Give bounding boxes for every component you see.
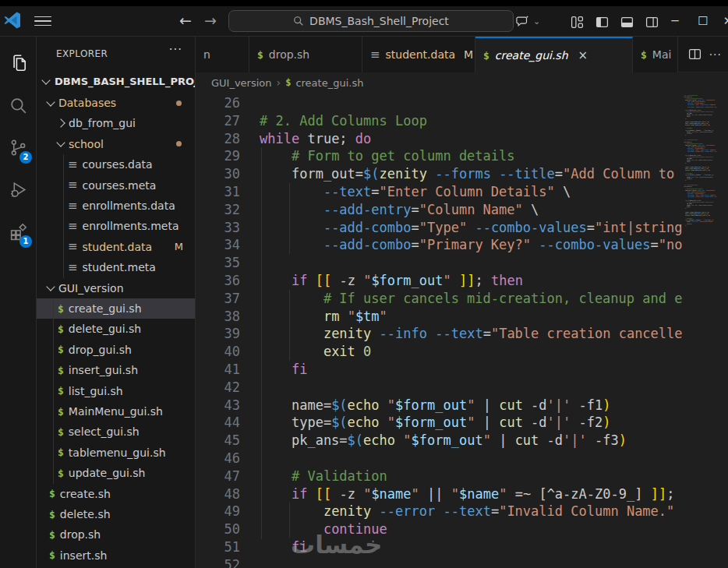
- tab-student.data[interactable]: ≡student.dataM: [362, 37, 475, 72]
- activity-bar-item-search[interactable]: [0, 86, 36, 124]
- close-button[interactable]: ✕: [717, 11, 728, 31]
- tree-item-create.sh[interactable]: $create.sh: [37, 484, 196, 504]
- shell-file-icon: $: [58, 365, 64, 376]
- explorer-root-folder[interactable]: DBMS_BASH_SHELL_PROJ...: [37, 71, 195, 91]
- shell-file-icon: $: [49, 549, 55, 561]
- copilot-chat-button[interactable]: ⌄: [516, 12, 552, 30]
- root-folder-label: DBMS_BASH_SHELL_PROJ...: [55, 76, 196, 87]
- tab-create_gui.sh[interactable]: $create_gui.sh×: [475, 37, 633, 72]
- tree-item-enrollments.data[interactable]: ≡enrollments.data: [37, 196, 196, 216]
- editor-layout-icon[interactable]: [567, 12, 586, 31]
- tree-item-GUI_version[interactable]: GUI_version: [37, 278, 196, 298]
- tree-indent-guide: [53, 298, 54, 484]
- tree-item-label: delete_gui.sh: [69, 323, 141, 335]
- tree-item-label: Databases: [58, 97, 116, 109]
- line-number: 52: [196, 556, 240, 568]
- shell-file-icon: $: [58, 344, 64, 355]
- tree-item-courses.data[interactable]: ≡courses.data: [37, 154, 196, 175]
- shell-file-icon: $: [483, 50, 489, 62]
- tree-item-delete.sh[interactable]: $delete.sh: [37, 504, 196, 524]
- toggle-secondary-sidebar-icon[interactable]: [642, 12, 661, 31]
- line-number: 47: [196, 467, 240, 485]
- data-file-icon: ≡: [370, 49, 380, 61]
- code-line-33: 33 --add-combo="Type" --combo-values="in…: [196, 219, 683, 237]
- breadcrumb-item[interactable]: GUI_version: [211, 77, 272, 89]
- close-icon[interactable]: ×: [578, 48, 588, 62]
- code-line-40: 40 exit 0: [196, 343, 683, 361]
- tab-n[interactable]: n: [196, 37, 249, 72]
- back-icon[interactable]: ←: [175, 9, 196, 31]
- git-modified-badge: M: [175, 241, 183, 252]
- watermark-text: خمسات: [291, 531, 382, 559]
- split-editor-icon[interactable]: [688, 48, 701, 61]
- tree-item-delete_gui.sh[interactable]: $delete_gui.sh: [37, 319, 196, 339]
- minimap[interactable]: 2627# 2. Add Columns Loop28while true; d…: [684, 93, 728, 568]
- tree-item-courses.meta[interactable]: ≡courses.meta: [37, 175, 196, 196]
- activity-bar-item-extensions[interactable]: 1: [0, 213, 36, 250]
- tab-bar: n$drop.sh≡student.dataM$create_gui.sh×$M…: [196, 37, 728, 72]
- menu-icon[interactable]: [34, 12, 51, 30]
- tree-item-Databases[interactable]: Databases: [37, 93, 196, 113]
- line-number: 32: [196, 201, 240, 219]
- tree-item-student.data[interactable]: ≡student.dataM: [37, 237, 196, 257]
- explorer-more-actions-icon[interactable]: ···: [169, 43, 182, 57]
- activity-bar-item-run-debug[interactable]: [0, 171, 36, 208]
- line-number: 29: [196, 147, 240, 165]
- tab-label: create_gui.sh: [495, 49, 568, 62]
- git-modified-badge: M: [464, 48, 473, 61]
- maximize-button[interactable]: ☐: [692, 11, 714, 31]
- tree-item-school[interactable]: school: [37, 134, 196, 154]
- tree-item-select_gui.sh[interactable]: $select_gui.sh: [37, 422, 196, 442]
- line-number: 51: [196, 538, 240, 556]
- tree-item-update_gui.sh[interactable]: $update_gui.sh: [37, 463, 196, 483]
- editor-pane[interactable]: 2627# 2. Add Columns Loop28while true; d…: [196, 93, 728, 568]
- search-icon: [293, 16, 304, 26]
- vscode-logo-icon: [3, 11, 22, 30]
- tree-item-create_gui.sh[interactable]: $create_gui.sh: [37, 298, 196, 319]
- tree-item-insert_gui.sh[interactable]: $insert_gui.sh: [37, 360, 196, 380]
- tree-item-drop_gui.sh[interactable]: $drop_gui.sh: [37, 340, 196, 360]
- editor-actions: ···: [678, 37, 728, 72]
- tree-item-db_from_gui[interactable]: db_from_gui: [37, 113, 196, 133]
- line-number: 38: [196, 308, 240, 326]
- toggle-primary-sidebar-icon[interactable]: [592, 12, 611, 31]
- tree-item-MainMenu_gui.sh[interactable]: $MainMenu_gui.sh: [37, 401, 196, 422]
- tree-indent-guide: [63, 154, 64, 277]
- line-number: 45: [196, 432, 240, 450]
- code-lines: 2627# 2. Add Columns Loop28while true; d…: [684, 183, 728, 228]
- code-line-51: 51 fi: [196, 538, 683, 556]
- forward-icon[interactable]: →: [200, 9, 221, 31]
- minimize-button[interactable]: ─: [664, 11, 686, 31]
- tree-item-tablemenu_gui.sh[interactable]: $tablemenu_gui.sh: [37, 443, 196, 463]
- tree-item-insert.sh[interactable]: $insert.sh: [37, 545, 196, 566]
- tab-drop.sh[interactable]: $drop.sh: [249, 37, 362, 72]
- line-number: 35: [196, 254, 240, 272]
- code-line-29: 29 # Form to get column details: [196, 147, 683, 165]
- search-value: DBMS_Bash_Shell_Project: [309, 15, 449, 27]
- tree-item-label: insert.sh: [60, 549, 108, 562]
- chevron-right-icon: [56, 119, 65, 128]
- line-number: 46: [196, 450, 240, 467]
- tree-item-student.meta[interactable]: ≡student.meta: [37, 257, 196, 277]
- breadcrumb: GUI_version›$create_gui.sh: [196, 72, 728, 93]
- command-center-search[interactable]: DBMS_Bash_Shell_Project: [228, 10, 514, 32]
- breadcrumb-item[interactable]: create_gui.sh: [295, 77, 363, 89]
- tree-item-list_gui.sh[interactable]: $list_gui.sh: [37, 381, 196, 401]
- line-number: 26: [196, 94, 240, 112]
- line-number: 43: [196, 397, 240, 415]
- window-top-edge: [0, 0, 728, 6]
- activity-bar-item-explorer[interactable]: [0, 44, 36, 82]
- tab-Mai[interactable]: $Mai: [633, 37, 678, 72]
- explorer-header: EXPLORER ···: [37, 37, 195, 71]
- code-line-52: 52: [196, 556, 683, 568]
- tree-item-label: GUI_version: [58, 282, 124, 295]
- tree-item-drop.sh[interactable]: $drop.sh: [37, 524, 196, 545]
- activity-bar-item-source-control[interactable]: 2: [0, 129, 36, 166]
- tree-item-enrollments.meta[interactable]: ≡enrollments.meta: [37, 216, 196, 236]
- more-actions-icon[interactable]: ···: [709, 48, 722, 61]
- source-control-badge: 2: [19, 151, 32, 164]
- explorer-title: EXPLORER: [56, 48, 108, 59]
- toggle-panel-icon[interactable]: [617, 12, 636, 31]
- shell-file-icon: $: [58, 406, 64, 418]
- line-number: 36: [196, 272, 240, 290]
